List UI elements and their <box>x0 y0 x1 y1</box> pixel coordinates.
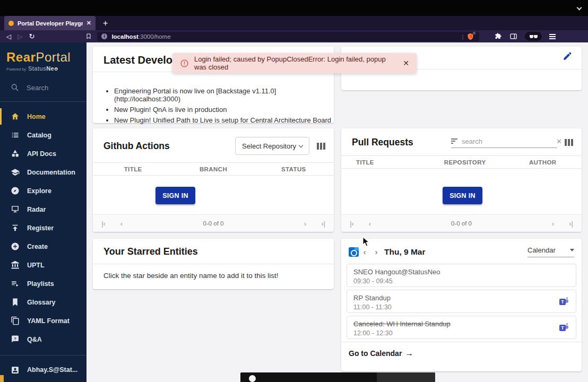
player-icon[interactable] <box>249 375 256 382</box>
user-icon <box>11 366 20 375</box>
column-header: AUTHOR <box>504 159 582 166</box>
sidebar-item-label: Documentation <box>27 169 75 176</box>
column-header: BRANCH <box>173 166 253 172</box>
sidebar-item-yaml-format[interactable]: YAML Format <box>0 311 87 330</box>
app-viewport: RearPortal Powered byStatusNeo Search Ho… <box>0 42 588 382</box>
extensions-puzzle-icon[interactable] <box>494 32 502 40</box>
calendar-selector-dropdown[interactable]: Calendar <box>528 246 574 257</box>
add-circle-icon <box>11 242 20 251</box>
sidebar-item-create[interactable]: Create <box>0 237 87 256</box>
forward-button[interactable]: ▷ <box>18 33 22 40</box>
event-time: 09:30 - 09:45 <box>353 277 569 285</box>
event-time: 12:00 - 12:30 <box>353 329 569 337</box>
new-tab-button[interactable]: + <box>103 19 108 28</box>
github-actions-table-header: TITLE BRANCH STATUS <box>93 162 334 176</box>
bookmark-icon[interactable] <box>85 33 92 40</box>
sidebar-item-label: Register <box>27 224 54 232</box>
sidebar-item-label: Create <box>27 243 48 250</box>
brand-neo: Neo <box>46 65 58 72</box>
sidebar-item-documentation[interactable]: Documentation <box>0 163 87 181</box>
last-page-icon[interactable]: ›| <box>565 220 577 228</box>
home-icon <box>11 112 20 121</box>
view-columns-icon[interactable] <box>317 143 325 150</box>
sidebar-user[interactable]: Abhay.S@Stat... <box>0 358 87 382</box>
sidebar-item-radar[interactable]: Radar <box>0 200 87 219</box>
edit-pencil-icon[interactable] <box>563 51 573 62</box>
browser-tab[interactable]: Portal Developer Playground ✕ <box>4 16 96 30</box>
sidebar-toggle-icon[interactable] <box>509 32 517 40</box>
account-glasses-icon[interactable] <box>525 32 542 41</box>
url-path: :3000/home <box>139 33 171 40</box>
sidebar-item-playlists[interactable]: Playlists <box>0 274 87 293</box>
pr-sign-in-button[interactable]: SIGN IN <box>443 187 482 204</box>
event-item[interactable]: SNEO Hangout@StatusNeo 09:30 - 09:45 <box>347 264 576 287</box>
first-page-icon[interactable]: |‹ <box>345 220 358 228</box>
reload-button[interactable]: ↻ <box>29 32 34 40</box>
toast-close-icon[interactable]: ✕ <box>403 59 409 67</box>
sidebar: RearPortal Powered byStatusNeo Search Ho… <box>0 42 87 382</box>
mouse-cursor <box>362 237 370 247</box>
bank-icon <box>11 261 20 270</box>
prev-page-icon[interactable]: ‹ <box>115 220 128 228</box>
event-time: 11:00 - 11:30 <box>353 303 569 311</box>
app-logo[interactable]: RearPortal Powered byStatusNeo <box>0 42 87 72</box>
sidebar-item-explore[interactable]: Explore <box>0 181 87 200</box>
view-columns-icon[interactable] <box>565 139 573 146</box>
next-page-icon[interactable]: › <box>547 220 559 228</box>
column-header: TITLE <box>93 166 173 172</box>
github-actions-title: Github Actions <box>103 141 170 152</box>
search-icon <box>11 83 19 92</box>
calendar-date: Thu, 9 Mar <box>384 247 426 257</box>
tab-close-icon[interactable]: ✕ <box>87 20 91 27</box>
menu-hamburger-icon[interactable] <box>549 34 556 39</box>
starred-entities-card: Your Starred Entities Click the star bes… <box>93 239 334 289</box>
event-item[interactable]: RP Standup 11:00 - 11:30 T <box>347 290 576 313</box>
sidebar-item-home[interactable]: Home <box>0 107 87 126</box>
calendar-next-icon[interactable]: › <box>370 248 382 256</box>
extension-shield-icon[interactable] <box>466 32 475 41</box>
pr-search-field[interactable]: ✕ <box>451 137 557 148</box>
event-item[interactable]: Canceled: WH Internal Standup 12:00 - 12… <box>347 316 576 339</box>
address-bar[interactable]: i localhost:3000/home | <box>97 32 479 41</box>
sidebar-item-glossary[interactable]: Glossary <box>0 293 87 311</box>
github-sign-in-button[interactable]: SIGN IN <box>155 187 195 204</box>
error-toast: Login failed; caused by PopupClosedError… <box>172 53 417 73</box>
sidebar-item-catalog[interactable]: Catalog <box>0 126 87 144</box>
teams-icon[interactable]: T <box>559 297 568 306</box>
sidebar-item-qa[interactable]: ? Q&A <box>0 330 87 349</box>
playlist-icon <box>11 279 20 288</box>
calendar-prev-icon[interactable]: ‹ <box>359 248 370 256</box>
news-bullet: New Plugin! Unified Path to Live is setu… <box>114 116 334 124</box>
next-page-icon[interactable]: › <box>299 220 312 228</box>
go-to-calendar-link[interactable]: Go to Calendar → <box>341 342 582 364</box>
recording-player-bar <box>240 372 435 382</box>
sidebar-item-uptl[interactable]: UPTL <box>0 256 87 274</box>
publish-icon <box>11 223 20 232</box>
sidebar-item-label: Radar <box>27 206 46 213</box>
sidebar-item-api-docs[interactable]: API Docs <box>0 144 87 163</box>
first-page-icon[interactable]: |‹ <box>97 220 110 228</box>
tab-title: Portal Developer Playground <box>18 20 83 27</box>
sidebar-divider <box>0 101 87 102</box>
window-chevron-down-icon[interactable] <box>577 2 583 7</box>
back-button[interactable]: ◁ <box>6 33 11 40</box>
last-page-icon[interactable]: ›| <box>317 220 330 228</box>
site-info-icon[interactable]: i <box>101 33 107 39</box>
select-repository-dropdown[interactable]: Select Repository <box>235 137 309 155</box>
pr-search-input[interactable] <box>462 137 555 145</box>
main-content: Latest Development in the Community Engi… <box>87 42 588 382</box>
sidebar-search[interactable]: Search <box>0 72 87 99</box>
chevron-down-icon <box>299 143 303 147</box>
sidebar-item-label: YAML Format <box>27 317 70 325</box>
logo-portal: Portal <box>36 50 71 64</box>
sidebar-item-label: Q&A <box>27 336 42 343</box>
sidebar-item-register[interactable]: Register <box>0 219 87 237</box>
teams-icon[interactable]: T <box>559 323 568 332</box>
category-icon <box>11 149 20 158</box>
bookmark-icon <box>11 298 20 307</box>
clear-search-icon[interactable]: ✕ <box>555 137 563 145</box>
shield-badge <box>472 31 476 35</box>
pagination-count: 0-0 of 0 <box>376 220 547 227</box>
prev-page-icon[interactable]: ‹ <box>364 220 376 228</box>
pagination-count: 0-0 of 0 <box>128 220 299 227</box>
